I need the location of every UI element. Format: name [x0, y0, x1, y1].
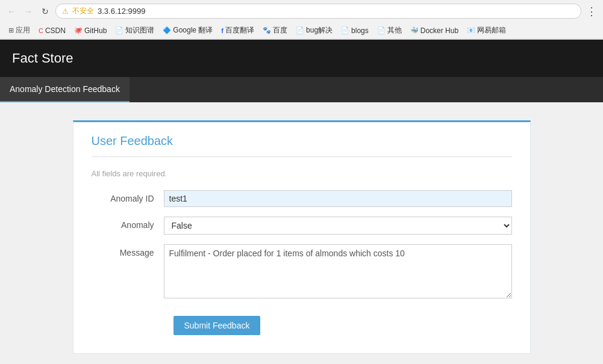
anomaly-id-control	[164, 190, 512, 207]
message-textarea[interactable]: Fulfilment - Order placed for 1 items of…	[164, 244, 512, 298]
warning-icon: ⚠	[62, 7, 69, 16]
anomaly-id-label: Anomaly ID	[92, 190, 164, 203]
docker-icon: 🐳	[410, 26, 419, 34]
blogs-icon: 📄	[341, 26, 349, 34]
bookmark-knowledge[interactable]: 📄 知识图谱	[111, 24, 158, 37]
forward-button[interactable]: →	[22, 5, 35, 18]
bookmark-github-label: GitHub	[84, 26, 107, 35]
browser-chrome: ← → ↻ ⚠ 不安全 3.3.6.12:9999 ⋮ ⊞ 应用 C CSDN …	[0, 0, 603, 40]
anomaly-id-row: Anomaly ID	[92, 190, 512, 207]
bookmark-csdn[interactable]: C CSDN	[35, 25, 69, 36]
message-control: Fulfilment - Order placed for 1 items of…	[164, 244, 512, 300]
back-button[interactable]: ←	[5, 5, 18, 18]
baidu-translate-icon: f	[221, 27, 223, 34]
bookmark-apps-label: 应用	[16, 25, 30, 35]
google-translate-icon: 🔷	[163, 26, 171, 34]
bookmark-knowledge-label: 知识图谱	[125, 25, 154, 35]
netease-icon: 📧	[467, 26, 475, 34]
bookmark-netease[interactable]: 📧 网易邮箱	[463, 24, 510, 37]
anomaly-control: False True	[164, 217, 512, 235]
reload-button[interactable]: ↻	[39, 5, 52, 18]
bookmark-bug-label: bug解决	[306, 25, 333, 35]
address-bar[interactable]: ⚠ 不安全 3.3.6.12:9999	[55, 4, 581, 19]
bookmark-docker[interactable]: 🐳 Docker Hub	[407, 25, 462, 36]
message-row: Message Fulfilment - Order placed for 1 …	[92, 244, 512, 300]
app-title: Fact Store	[12, 51, 591, 66]
menu-button[interactable]: ⋮	[585, 5, 598, 18]
bookmark-other-label: 其他	[387, 25, 402, 35]
knowledge-icon: 📄	[115, 26, 123, 34]
bookmark-github[interactable]: 🐙 GitHub	[70, 25, 110, 36]
bookmark-baidu[interactable]: 🐾 百度	[259, 24, 291, 37]
bookmark-blogs[interactable]: 📄 blogs	[337, 25, 372, 36]
baidu-icon: 🐾	[263, 26, 271, 34]
bookmark-baidu-label: 百度	[273, 25, 287, 35]
bookmark-other[interactable]: 📄 其他	[373, 24, 405, 37]
nav-item-anomaly-detection[interactable]: Anomaly Detection Feedback	[0, 77, 130, 102]
bookmark-netease-label: 网易邮箱	[477, 25, 506, 35]
bookmark-apps[interactable]: ⊞ 应用	[5, 24, 34, 37]
main-content: User Feedback All fields are required. A…	[0, 102, 603, 364]
required-note: All fields are required.	[92, 169, 512, 178]
anomaly-label: Anomaly	[92, 217, 164, 230]
browser-toolbar: ← → ↻ ⚠ 不安全 3.3.6.12:9999 ⋮	[0, 0, 603, 22]
app-header: Fact Store	[0, 40, 603, 77]
other-icon: 📄	[377, 26, 386, 34]
bookmarks-bar: ⊞ 应用 C CSDN 🐙 GitHub 📄 知识图谱 🔷 Google 翻译 …	[0, 22, 603, 39]
github-icon: 🐙	[74, 26, 83, 34]
apps-icon: ⊞	[8, 26, 14, 34]
bookmark-google-translate-label: Google 翻译	[173, 25, 213, 35]
nav-bar: Anomaly Detection Feedback	[0, 77, 603, 102]
form-title: User Feedback	[92, 134, 512, 157]
submit-button[interactable]: Submit Feedback	[173, 316, 261, 335]
message-label: Message	[92, 244, 164, 258]
submit-row: Submit Feedback	[92, 310, 512, 335]
bug-icon: 📄	[296, 26, 304, 34]
bookmark-csdn-label: CSDN	[45, 26, 66, 35]
bookmark-blogs-label: blogs	[351, 26, 369, 35]
not-secure-text: 不安全	[72, 6, 94, 16]
bookmark-baidu-translate-label: 百度翻译	[225, 25, 254, 35]
url-text: 3.3.6.12:9999	[98, 7, 146, 16]
bookmark-docker-label: Docker Hub	[420, 26, 458, 35]
bookmark-baidu-translate[interactable]: f 百度翻译	[217, 24, 258, 37]
csdn-icon: C	[39, 27, 43, 34]
bookmark-bug[interactable]: 📄 bug解决	[292, 24, 336, 37]
anomaly-row: Anomaly False True	[92, 217, 512, 235]
anomaly-select[interactable]: False True	[164, 217, 512, 235]
form-card: User Feedback All fields are required. A…	[73, 120, 531, 354]
anomaly-id-input[interactable]	[164, 190, 512, 207]
bookmark-google-translate[interactable]: 🔷 Google 翻译	[159, 24, 216, 37]
